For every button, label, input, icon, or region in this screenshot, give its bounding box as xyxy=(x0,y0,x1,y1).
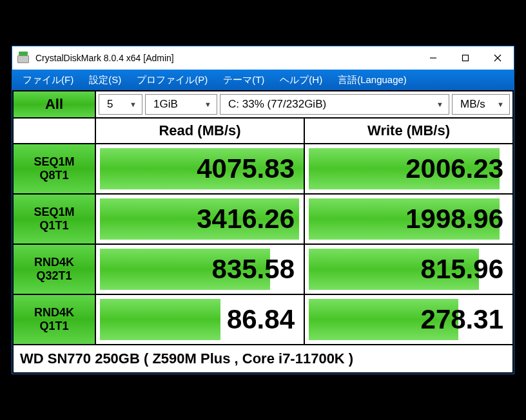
test-label-line1: RND4K xyxy=(34,306,74,320)
read-value: 86.84 xyxy=(227,304,295,335)
unit-select[interactable]: MB/s ▼ xyxy=(452,94,510,115)
menu-language[interactable]: 言語(Language) xyxy=(331,72,413,89)
window-controls xyxy=(417,46,514,70)
result-row: RND4K Q32T1 835.58 815.96 xyxy=(14,245,512,295)
result-row: SEQ1M Q1T1 3416.26 1998.96 xyxy=(14,195,512,245)
test-count-select[interactable]: 5 ▼ xyxy=(99,94,142,115)
titlebar: CrystalDiskMark 8.0.4 x64 [Admin] xyxy=(12,46,514,70)
window-title: CrystalDiskMark 8.0.4 x64 [Admin] xyxy=(35,53,417,63)
chevron-down-icon: ▼ xyxy=(436,100,443,108)
chevron-down-icon: ▼ xyxy=(204,100,211,108)
test-label-line1: RND4K xyxy=(34,256,74,269)
menubar: ファイル(F) 設定(S) プロファイル(P) テーマ(T) ヘルプ(H) 言語… xyxy=(12,70,514,90)
chevron-down-icon: ▼ xyxy=(497,100,504,108)
read-cell: 3416.26 xyxy=(96,195,304,243)
column-headers: Read (MB/s) Write (MB/s) xyxy=(14,119,512,144)
write-value: 2006.23 xyxy=(405,153,503,184)
app-icon xyxy=(17,52,30,64)
test-button-rnd4k-q1t1[interactable]: RND4K Q1T1 xyxy=(14,295,96,344)
test-label-line2: Q1T1 xyxy=(39,320,68,333)
header-spacer xyxy=(14,119,96,143)
write-value: 1998.96 xyxy=(405,204,503,234)
read-value: 4075.83 xyxy=(197,153,295,184)
read-cell: 4075.83 xyxy=(96,144,304,193)
menu-profile[interactable]: プロファイル(P) xyxy=(130,72,214,89)
maximize-icon xyxy=(462,54,469,62)
minimize-icon xyxy=(429,54,437,62)
result-row: SEQ1M Q8T1 4075.83 2006.23 xyxy=(14,144,512,195)
read-cell: 86.84 xyxy=(96,295,304,344)
test-label-line1: SEQ1M xyxy=(34,155,74,169)
test-button-seq1m-q8t1[interactable]: SEQ1M Q8T1 xyxy=(14,144,96,193)
test-button-seq1m-q1t1[interactable]: SEQ1M Q1T1 xyxy=(14,195,96,243)
read-value: 3416.26 xyxy=(197,204,295,234)
write-value: 815.96 xyxy=(421,254,503,285)
maximize-button[interactable] xyxy=(449,46,482,70)
chevron-down-icon: ▼ xyxy=(130,100,137,108)
drive-value: C: 33% (77/232GiB) xyxy=(228,98,326,111)
write-cell: 815.96 xyxy=(304,245,512,294)
write-value: 278.31 xyxy=(421,304,503,335)
menu-settings[interactable]: 設定(S) xyxy=(83,72,128,89)
footer-info: WD SN770 250GB ( Z590M Plus , Core i7-11… xyxy=(14,345,512,374)
write-cell: 278.31 xyxy=(304,295,512,344)
unit-value: MB/s xyxy=(460,98,485,111)
menu-file[interactable]: ファイル(F) xyxy=(16,72,80,89)
test-size-select[interactable]: 1GiB ▼ xyxy=(145,94,217,115)
test-count-value: 5 xyxy=(107,98,113,111)
run-all-button[interactable]: All xyxy=(14,91,96,117)
result-row: RND4K Q1T1 86.84 278.31 xyxy=(14,295,512,345)
app-window: CrystalDiskMark 8.0.4 x64 [Admin] ファイル(F… xyxy=(12,46,514,374)
write-cell: 1998.96 xyxy=(304,195,512,243)
close-icon xyxy=(494,54,502,62)
menu-theme[interactable]: テーマ(T) xyxy=(217,72,271,89)
drive-select[interactable]: C: 33% (77/232GiB) ▼ xyxy=(220,94,449,115)
header-read: Read (MB/s) xyxy=(96,119,304,143)
toolbar-selects: 5 ▼ 1GiB ▼ C: 33% (77/232GiB) ▼ MB/s ▼ xyxy=(96,91,512,117)
test-size-value: 1GiB xyxy=(153,98,178,111)
content-area: All 5 ▼ 1GiB ▼ C: 33% (77/232GiB) ▼ MB/s… xyxy=(12,90,514,374)
test-label-line2: Q8T1 xyxy=(39,169,68,182)
toolbar: All 5 ▼ 1GiB ▼ C: 33% (77/232GiB) ▼ MB/s… xyxy=(14,90,512,119)
test-button-rnd4k-q32t1[interactable]: RND4K Q32T1 xyxy=(14,245,96,294)
test-label-line1: SEQ1M xyxy=(34,205,74,219)
menu-help[interactable]: ヘルプ(H) xyxy=(273,72,329,89)
test-label-line2: Q1T1 xyxy=(39,219,68,233)
read-cell: 835.58 xyxy=(96,245,304,294)
svg-rect-1 xyxy=(463,55,469,61)
header-write: Write (MB/s) xyxy=(304,119,512,143)
read-value: 835.58 xyxy=(212,254,295,285)
test-label-line2: Q32T1 xyxy=(36,269,72,283)
write-cell: 2006.23 xyxy=(304,144,512,193)
read-bar xyxy=(100,299,220,340)
close-button[interactable] xyxy=(482,46,514,70)
minimize-button[interactable] xyxy=(417,46,449,70)
